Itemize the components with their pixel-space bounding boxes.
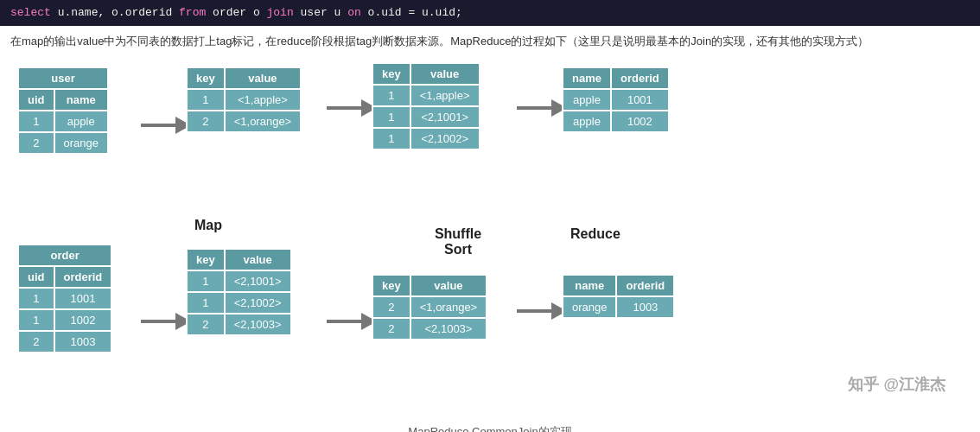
table-row: orange 1003 <box>563 296 674 318</box>
table-row: 1 <2,1002> <box>187 292 291 314</box>
table-row: apple 1001 <box>563 89 669 111</box>
table-row: 1 <1,apple> <box>187 89 301 111</box>
table-row: apple 1002 <box>563 111 669 132</box>
reduce-top-table-block: name orderid apple 1001 apple 1002 <box>562 67 670 133</box>
table-row: 1 <1,apple> <box>372 85 480 106</box>
table-row: 1 <2,1001> <box>187 270 291 292</box>
table-row: 1 <2,1002> <box>372 128 480 149</box>
arrow-shuffle-reduce-bottom <box>517 302 567 320</box>
reduce-top-table: name orderid apple 1001 apple 1002 <box>562 67 670 133</box>
map-top-table-block: key value 1 <1,apple> 2 <1,orange> <box>186 67 302 133</box>
arrow-map-shuffle-top <box>327 99 377 117</box>
footer-text: MapReduce CommonJoin的实现 <box>0 421 980 432</box>
table-row: 2 <2,1003> <box>372 318 487 340</box>
table-row: 1 1002 <box>18 309 111 331</box>
user-table: user uid name 1 apple 2 orange <box>17 67 109 155</box>
table-row: 1 1001 <box>18 288 111 309</box>
table-row: 1 <2,1001> <box>372 106 480 128</box>
table-row: 1 apple <box>18 111 108 132</box>
shuffle-top-table-block: key value 1 <1,apple> 1 <2,1001> 1 <2,10… <box>372 62 480 150</box>
map-top-table: key value 1 <1,apple> 2 <1,orange> <box>186 67 302 133</box>
map-label: Map <box>194 218 222 233</box>
reduce-bottom-table: name orderid orange 1003 <box>562 274 675 319</box>
reduce-label: Reduce <box>570 226 620 242</box>
table-row: 2 <1,orange> <box>187 111 301 132</box>
user-table-block: user uid name 1 apple 2 orange <box>17 67 109 155</box>
arrow-map-shuffle-bottom <box>327 313 377 330</box>
table-row: 2 orange <box>18 132 108 154</box>
table-row: 2 <2,1003> <box>187 314 291 335</box>
description-text: 在map的输出value中为不同表的数据打上tag标记，在reduce阶段根据t… <box>0 26 980 58</box>
diagram-area: user uid name 1 apple 2 orange <box>0 58 980 421</box>
table-row: 2 1003 <box>18 331 111 353</box>
shuffle-sort-label: ShuffleSort <box>415 226 501 257</box>
shuffle-top-table: key value 1 <1,apple> 1 <2,1001> 1 <2,10… <box>372 62 480 150</box>
arrow-order-map <box>141 313 191 330</box>
shuffle-bottom-table-block: key value 2 <1,orange> 2 <2,1003> <box>372 274 487 340</box>
table-row: 2 <1,orange> <box>372 296 487 318</box>
reduce-bottom-table-block: name orderid orange 1003 <box>562 274 675 319</box>
order-table: order uid orderid 1 1001 1 1002 2 1003 <box>17 244 112 353</box>
arrow-shuffle-reduce-top <box>517 99 567 117</box>
map-bottom-table-block: key value 1 <2,1001> 1 <2,1002> 2 <2,100… <box>186 248 292 336</box>
map-bottom-table: key value 1 <2,1001> 1 <2,1002> 2 <2,100… <box>186 248 292 336</box>
watermark: 知乎 @江淮杰 <box>848 374 945 395</box>
code-bar: select u.name, o.orderid from order o jo… <box>0 0 980 26</box>
shuffle-bottom-table: key value 2 <1,orange> 2 <2,1003> <box>372 274 487 340</box>
order-table-block: order uid orderid 1 1001 1 1002 2 1003 <box>17 244 112 353</box>
arrow-user-map <box>141 117 191 134</box>
